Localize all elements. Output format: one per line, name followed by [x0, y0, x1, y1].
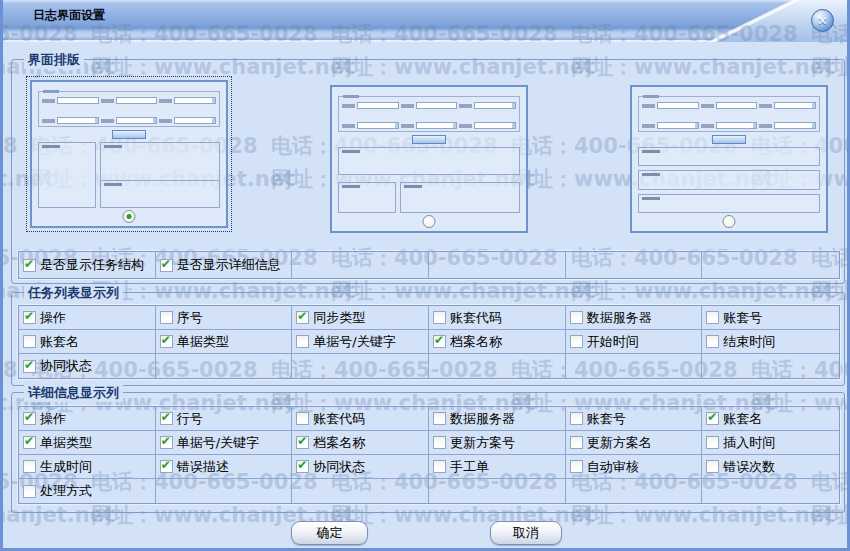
column-toggle-cell[interactable]: 单据号/关键字 — [292, 330, 429, 354]
checkbox-unchecked[interactable] — [570, 412, 583, 425]
column-toggle-cell[interactable]: 单据类型 — [156, 330, 293, 354]
column-toggle-cell[interactable]: 数据服务器 — [566, 306, 703, 330]
close-button[interactable]: ✕ — [811, 9, 834, 32]
checkbox-unchecked[interactable] — [296, 335, 309, 348]
layout-radio-selected[interactable] — [123, 210, 136, 223]
column-toggle-cell[interactable]: 操作 — [19, 407, 156, 431]
checkbox-unchecked[interactable] — [706, 436, 719, 449]
checkbox-unchecked[interactable] — [570, 436, 583, 449]
column-toggle-cell[interactable]: 是否显示详细信息 — [156, 252, 293, 278]
column-toggle-cell[interactable]: 处理方式 — [19, 479, 156, 503]
checkbox-label: 档案名称 — [313, 434, 365, 452]
checkbox-checked[interactable] — [160, 335, 173, 348]
checkbox-checked[interactable] — [23, 436, 36, 449]
display-options-table: 是否显示任务结构是否显示详细信息 — [18, 251, 840, 279]
mini-field-label — [401, 124, 414, 128]
checkbox-unchecked[interactable] — [23, 485, 36, 498]
column-toggle-cell[interactable]: 档案名称 — [292, 431, 429, 455]
column-toggle-cell[interactable]: 操作 — [19, 306, 156, 330]
mini-field-label — [459, 124, 472, 128]
layout-option-1[interactable] — [26, 76, 232, 232]
checkbox-checked[interactable] — [23, 360, 36, 373]
checkbox-checked[interactable] — [296, 436, 309, 449]
checkbox-checked[interactable] — [433, 335, 446, 348]
checkbox-label: 结束时间 — [723, 333, 775, 351]
checkbox-unchecked[interactable] — [706, 311, 719, 324]
checkbox-label: 是否显示任务结构 — [40, 256, 144, 274]
column-toggle-cell[interactable]: 数据服务器 — [429, 407, 566, 431]
column-toggle-cell[interactable]: 同步类型 — [292, 306, 429, 330]
checkbox-unchecked[interactable] — [433, 436, 446, 449]
checkbox-unchecked[interactable] — [706, 335, 719, 348]
column-toggle-cell[interactable]: 行号 — [156, 407, 293, 431]
column-toggle-cell[interactable]: 账套名 — [702, 407, 839, 431]
column-toggle-cell[interactable]: 更新方案名 — [566, 431, 703, 455]
checkbox-unchecked[interactable] — [433, 460, 446, 473]
mini-field-label — [642, 104, 655, 108]
checkbox-checked[interactable] — [296, 460, 309, 473]
ok-button[interactable]: 确定 — [291, 521, 368, 545]
empty-cell — [429, 252, 566, 278]
checkbox-checked[interactable] — [706, 412, 719, 425]
checkbox-checked[interactable] — [160, 436, 173, 449]
column-toggle-cell[interactable]: 错误描述 — [156, 455, 293, 479]
mini-panel-caption — [342, 150, 360, 153]
mini-task-panel — [38, 142, 96, 208]
column-toggle-cell[interactable]: 手工单 — [429, 455, 566, 479]
layout-option-3[interactable] — [626, 81, 832, 237]
column-toggle-cell[interactable]: 序号 — [156, 306, 293, 330]
column-toggle-cell[interactable]: 错误次数 — [702, 455, 839, 479]
checkbox-label: 自动审核 — [587, 458, 639, 476]
checkbox-unchecked[interactable] — [433, 412, 446, 425]
column-toggle-cell[interactable]: 插入时间 — [702, 431, 839, 455]
column-toggle-cell[interactable]: 档案名称 — [429, 330, 566, 354]
checkbox-label: 单据类型 — [177, 333, 229, 351]
column-toggle-cell[interactable]: 账套号 — [566, 407, 703, 431]
checkbox-checked[interactable] — [23, 311, 36, 324]
checkbox-checked[interactable] — [160, 259, 173, 272]
mini-divider — [101, 180, 219, 181]
checkbox-unchecked[interactable] — [433, 311, 446, 324]
checkbox-label: 更新方案名 — [587, 434, 652, 452]
column-toggle-cell[interactable]: 协同状态 — [292, 455, 429, 479]
column-toggle-cell[interactable]: 是否显示任务结构 — [19, 252, 156, 278]
column-toggle-cell[interactable]: 账套代码 — [292, 407, 429, 431]
column-toggle-cell[interactable]: 单据类型 — [19, 431, 156, 455]
mini-search-button — [712, 135, 746, 144]
column-toggle-cell[interactable]: 自动审核 — [566, 455, 703, 479]
mini-panels — [638, 147, 820, 213]
checkbox-unchecked[interactable] — [23, 335, 36, 348]
checkbox-unchecked[interactable] — [160, 311, 173, 324]
checkbox-unchecked[interactable] — [296, 412, 309, 425]
column-toggle-cell[interactable]: 单据号/关键字 — [156, 431, 293, 455]
mini-field-label — [159, 99, 172, 103]
column-toggle-cell[interactable]: 协同状态 — [19, 354, 156, 378]
column-toggle-cell[interactable]: 账套代码 — [429, 306, 566, 330]
empty-cell — [292, 479, 429, 503]
cancel-button[interactable]: 取消 — [490, 521, 562, 545]
column-toggle-cell[interactable]: 账套号 — [702, 306, 839, 330]
layout-radio-unselected[interactable] — [723, 215, 736, 228]
checkbox-checked[interactable] — [160, 412, 173, 425]
checkbox-checked[interactable] — [23, 412, 36, 425]
layout-option-2[interactable] — [326, 81, 532, 237]
mini-field-input — [116, 117, 158, 124]
checkbox-unchecked[interactable] — [570, 335, 583, 348]
mini-field-label — [401, 104, 414, 108]
mini-query-caption — [643, 95, 659, 98]
column-toggle-cell[interactable]: 结束时间 — [702, 330, 839, 354]
checkbox-checked[interactable] — [160, 460, 173, 473]
layout-radio-unselected[interactable] — [423, 215, 436, 228]
column-toggle-cell[interactable]: 开始时间 — [566, 330, 703, 354]
checkbox-unchecked[interactable] — [706, 460, 719, 473]
checkbox-unchecked[interactable] — [570, 311, 583, 324]
mini-form-row — [642, 102, 816, 109]
column-toggle-cell[interactable]: 账套名 — [19, 330, 156, 354]
column-toggle-cell[interactable]: 生成时间 — [19, 455, 156, 479]
checkbox-unchecked[interactable] — [23, 460, 36, 473]
checkbox-checked[interactable] — [296, 311, 309, 324]
checkbox-checked[interactable] — [23, 259, 36, 272]
column-toggle-cell[interactable]: 更新方案号 — [429, 431, 566, 455]
empty-cell — [702, 252, 839, 278]
checkbox-unchecked[interactable] — [570, 460, 583, 473]
